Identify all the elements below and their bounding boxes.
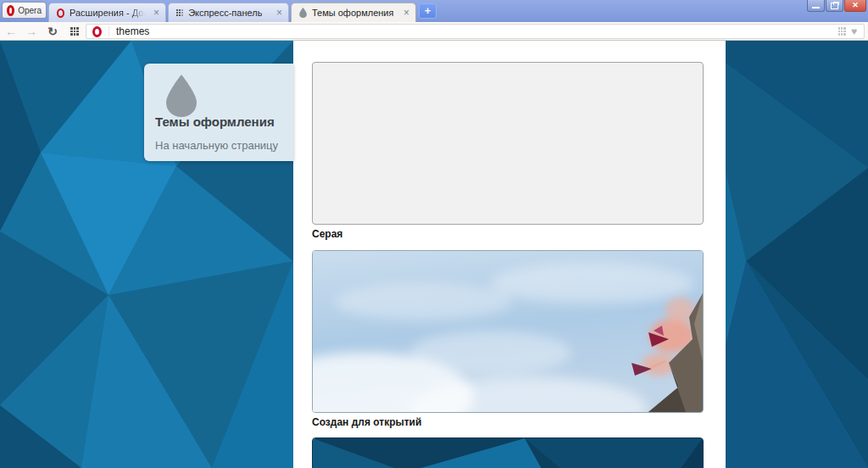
tab-themes[interactable]: Темы оформления × <box>291 3 416 22</box>
close-tab-icon[interactable]: × <box>403 8 409 18</box>
theme-drop-favicon-icon <box>299 8 307 18</box>
minimize-button[interactable] <box>807 0 825 12</box>
opera-logo-icon <box>7 5 14 16</box>
themes-panel: Серая <box>293 41 726 468</box>
address-bar[interactable]: themes ♥ <box>86 24 865 39</box>
theme-drop-icon <box>166 75 197 117</box>
close-tab-icon[interactable]: × <box>153 8 159 18</box>
sky-theme-image <box>313 251 703 412</box>
opera-menu-button[interactable]: Opera <box>2 2 47 19</box>
bookmark-heart-icon[interactable]: ♥ <box>851 25 857 37</box>
reload-button[interactable]: ↻ <box>45 22 60 41</box>
theme-preview-discovery[interactable] <box>312 250 704 413</box>
address-separator <box>108 26 109 36</box>
page-content: Темы оформления На начальную страницу Се… <box>0 41 868 468</box>
tab-extensions[interactable]: Расширения - Дополне × <box>48 3 166 22</box>
titlebar: Opera Расширения - Дополне × Экспресс-па… <box>0 0 868 22</box>
back-button[interactable]: ← <box>3 22 19 41</box>
opera-favicon-icon <box>57 8 64 18</box>
restore-button[interactable] <box>826 0 843 12</box>
theme-name: Создан для открытий <box>312 416 421 428</box>
opera-menu-label: Opera <box>18 6 42 15</box>
blue-poly-theme-image <box>313 438 703 468</box>
tab-label: Экспресс-панель <box>188 8 262 18</box>
new-tab-button[interactable]: + <box>419 3 437 19</box>
speed-dial-grid-icon <box>70 27 78 35</box>
speed-dial-favicon-icon <box>176 9 183 16</box>
window-controls: ✕ <box>807 0 866 12</box>
close-tab-icon[interactable]: × <box>276 8 282 18</box>
address-text: themes <box>116 25 149 37</box>
tab-speed-dial[interactable]: Экспресс-панель × <box>168 3 289 22</box>
speed-dial-button[interactable] <box>67 22 82 41</box>
tab-label: Расширения - Дополне <box>70 8 147 18</box>
close-window-button[interactable]: ✕ <box>844 0 866 12</box>
toolbar: ← → ↻ themes ♥ <box>0 22 868 41</box>
tab-label: Темы оформления <box>312 8 393 18</box>
back-to-start-link[interactable]: На начальную страницу <box>155 139 278 152</box>
opera-badge-icon <box>92 26 102 37</box>
page-title: Темы оформления <box>155 114 275 129</box>
extensions-grid-icon[interactable] <box>838 27 846 35</box>
forward-button[interactable]: → <box>24 22 39 41</box>
themes-header-card: Темы оформления На начальную страницу <box>144 64 293 161</box>
theme-preview-blue-poly[interactable] <box>312 437 704 468</box>
browser-window: { "titlebar": { "opera_button_label": "O… <box>0 0 868 468</box>
theme-preview-gray[interactable] <box>312 62 704 225</box>
theme-name: Серая <box>312 228 342 240</box>
